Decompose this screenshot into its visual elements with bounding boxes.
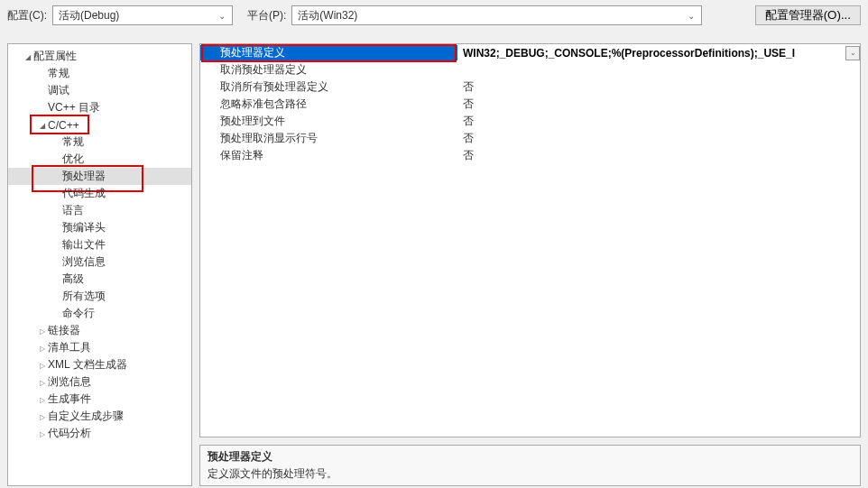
top-toolbar: 配置(C): 活动(Debug) ⌄ 平台(P): 活动(Win32) ⌄ 配置…: [0, 0, 868, 31]
tree-item[interactable]: 常规: [8, 134, 191, 151]
tree-collapse-icon[interactable]: [37, 377, 48, 387]
property-row[interactable]: 忽略标准包含路径否: [200, 96, 860, 113]
property-value[interactable]: 否: [457, 131, 860, 146]
property-label: 预处理器定义: [200, 45, 457, 60]
tree-item[interactable]: 输出文件: [8, 236, 191, 253]
tree-item-label: 命令行: [62, 306, 95, 321]
tree-item-label: 预处理器: [62, 169, 106, 184]
tree-item-label: 高级: [62, 272, 84, 287]
main-area: 配置属性 常规调试VC++ 目录C/C++常规优化预处理器代码生成语言预编译头输…: [0, 31, 868, 486]
property-value[interactable]: 否: [457, 148, 860, 163]
right-panel: 预处理器定义WIN32;_DEBUG;_CONSOLE;%(Preprocess…: [199, 43, 861, 486]
tree-item[interactable]: VC++ 目录: [8, 99, 191, 116]
tree-collapse-icon[interactable]: [37, 360, 48, 370]
property-grid[interactable]: 预处理器定义WIN32;_DEBUG;_CONSOLE;%(Preprocess…: [199, 43, 861, 437]
property-value-text: 否: [463, 148, 860, 163]
tree-item-label: XML 文档生成器: [48, 357, 127, 373]
tree-item-label: 语言: [62, 203, 84, 218]
chevron-down-icon: ⌄: [216, 11, 228, 21]
property-row[interactable]: 预处理取消显示行号否: [200, 130, 860, 147]
tree-item[interactable]: 预编译头: [8, 219, 191, 236]
tree-item[interactable]: 优化: [8, 151, 191, 168]
tree-item-label: 调试: [48, 83, 69, 98]
tree-collapse-icon[interactable]: [37, 428, 48, 438]
highlight-box: [201, 44, 457, 62]
chevron-down-icon: ⌄: [685, 11, 697, 21]
tree-item-label: 常规: [48, 66, 69, 81]
property-row[interactable]: 保留注释否: [200, 147, 860, 164]
description-title: 预处理器定义: [208, 449, 853, 465]
platform-combobox-text: 活动(Win32): [298, 8, 685, 23]
config-combobox[interactable]: 活动(Debug) ⌄: [52, 5, 233, 25]
description-panel: 预处理器定义 定义源文件的预处理符号。: [199, 445, 861, 486]
tree-item[interactable]: 命令行: [8, 305, 191, 322]
property-label: 预处理取消显示行号: [200, 131, 457, 146]
property-tree[interactable]: 配置属性 常规调试VC++ 目录C/C++常规优化预处理器代码生成语言预编译头输…: [7, 43, 192, 486]
tree-item[interactable]: 语言: [8, 202, 191, 219]
tree-item-label: 常规: [62, 134, 84, 150]
property-row[interactable]: 取消所有预处理器定义否: [200, 78, 860, 96]
tree-item[interactable]: 高级: [8, 271, 191, 288]
tree-expand-icon[interactable]: [23, 51, 33, 61]
tree-item[interactable]: 自定义生成步骤: [8, 408, 191, 425]
property-label: 预处理到文件: [200, 114, 457, 129]
tree-item[interactable]: 链接器: [8, 322, 191, 339]
description-text: 定义源文件的预处理符号。: [208, 466, 853, 482]
property-value[interactable]: 否: [457, 97, 860, 112]
tree-item-label: 预编译头: [62, 220, 106, 235]
tree-item[interactable]: 预处理器: [8, 168, 191, 185]
config-manager-button[interactable]: 配置管理器(O)...: [755, 5, 861, 25]
tree-item[interactable]: 生成事件: [8, 391, 191, 408]
property-value-text: 否: [463, 97, 860, 112]
property-value-text: WIN32;_DEBUG;_CONSOLE;%(PreprocessorDefi…: [463, 47, 844, 60]
property-value-text: 否: [463, 79, 860, 95]
tree-item[interactable]: 浏览信息: [8, 373, 191, 391]
tree-item-label: C/C++: [48, 119, 79, 132]
tree-item-label: 自定义生成步骤: [48, 409, 124, 424]
config-combobox-text: 活动(Debug): [59, 8, 216, 23]
tree-expand-icon[interactable]: [37, 120, 48, 130]
tree-root-label: 配置属性: [33, 49, 77, 64]
tree-collapse-icon[interactable]: [37, 394, 48, 404]
platform-combobox[interactable]: 活动(Win32) ⌄: [291, 5, 702, 25]
tree-item[interactable]: 清单工具: [8, 339, 191, 356]
tree-item-label: 输出文件: [62, 237, 106, 253]
tree-item-label: 浏览信息: [48, 374, 91, 390]
tree-item-label: 所有选项: [62, 289, 106, 304]
property-label: 忽略标准包含路径: [200, 97, 457, 112]
property-value[interactable]: 否: [457, 114, 860, 129]
tree-item[interactable]: 代码分析: [8, 425, 191, 442]
tree-item[interactable]: 代码生成: [8, 185, 191, 202]
tree-collapse-icon[interactable]: [37, 411, 48, 421]
property-row[interactable]: 预处理器定义WIN32;_DEBUG;_CONSOLE;%(Preprocess…: [200, 44, 860, 61]
tree-item[interactable]: 调试: [8, 82, 191, 99]
tree-item-label: 生成事件: [48, 391, 91, 407]
tree-collapse-icon[interactable]: [37, 326, 48, 336]
config-label: 配置(C):: [7, 8, 47, 23]
platform-label: 平台(P):: [247, 8, 286, 23]
tree-item-label: 链接器: [48, 323, 80, 338]
property-label: 取消预处理器定义: [200, 62, 457, 78]
dropdown-icon[interactable]: ⌄: [845, 46, 860, 60]
property-row[interactable]: 取消预处理器定义: [200, 61, 860, 78]
property-label: 保留注释: [200, 148, 457, 163]
tree-item-label: 清单工具: [48, 340, 91, 355]
tree-item-label: 代码生成: [62, 186, 106, 201]
tree-item-label: 代码分析: [48, 426, 91, 441]
tree-item[interactable]: 常规: [8, 65, 191, 82]
tree-item-label: 浏览信息: [62, 254, 106, 270]
property-value-text: 否: [463, 131, 860, 146]
tree-root[interactable]: 配置属性: [8, 48, 191, 65]
tree-item[interactable]: 浏览信息: [8, 253, 191, 271]
property-label: 取消所有预处理器定义: [200, 79, 457, 95]
tree-item[interactable]: 所有选项: [8, 288, 191, 305]
property-value-text: 否: [463, 114, 860, 129]
tree-item[interactable]: XML 文档生成器: [8, 356, 191, 373]
property-value[interactable]: WIN32;_DEBUG;_CONSOLE;%(PreprocessorDefi…: [457, 46, 860, 60]
tree-item-label: 优化: [62, 152, 84, 167]
tree-item[interactable]: C/C++: [8, 116, 191, 134]
property-value[interactable]: 否: [457, 79, 860, 95]
tree-collapse-icon[interactable]: [37, 343, 48, 353]
tree-item-label: VC++ 目录: [48, 100, 100, 115]
property-row[interactable]: 预处理到文件否: [200, 113, 860, 130]
